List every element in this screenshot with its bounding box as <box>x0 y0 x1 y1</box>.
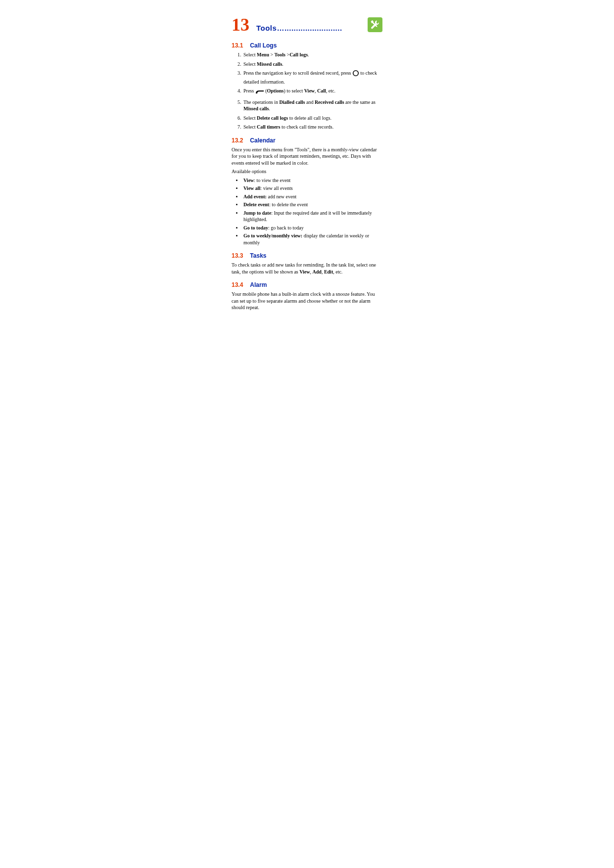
text: . <box>282 61 283 67</box>
text-bold: Dialled calls <box>279 99 305 105</box>
list-item: Select Menu > Tools >Call logs. <box>242 51 382 58</box>
chapter-header: 13 Tools…......................... <box>232 16 382 34</box>
text-bold: View <box>243 178 254 183</box>
section-number: 13.4 <box>232 281 243 288</box>
text: and <box>305 99 314 105</box>
text-bold: Call timers <box>257 124 281 130</box>
section-number: 13.1 <box>232 42 243 49</box>
text-bold: Add event: <box>243 194 267 199</box>
text: Press <box>243 88 255 93</box>
text: The operations in <box>243 99 279 105</box>
list-item: View all: view all events <box>242 185 382 192</box>
text: Select <box>243 115 257 121</box>
list-item: Press the navigation key to scroll desir… <box>242 70 382 85</box>
chapter-number: 13 <box>232 16 249 34</box>
text-bold: Call logs <box>289 52 308 57</box>
tools-icon <box>368 17 382 32</box>
text: : view all events <box>260 185 292 191</box>
text-bold: Add <box>313 269 322 274</box>
text: Select <box>243 61 257 67</box>
bullet-list-13-2: View: to view the event View all: view a… <box>232 177 382 246</box>
text: Press the navigation key to scroll desir… <box>243 70 352 76</box>
text-bold: Edit <box>324 269 333 274</box>
text-bold: View all <box>243 185 260 191</box>
section-number: 13.2 <box>232 137 243 144</box>
list-item: Delete event: to delete the event <box>242 201 382 208</box>
text: > <box>285 52 289 57</box>
text: Select <box>243 52 257 57</box>
text-bold: Missed calls <box>257 61 282 67</box>
paragraph: Available options <box>232 168 382 175</box>
paragraph: To check tasks or add new tasks for remi… <box>232 262 382 275</box>
text-bold: Delete call logs <box>257 115 288 121</box>
text: : go back to today <box>268 225 304 230</box>
text: to delete all call logs. <box>288 115 331 121</box>
text: > <box>269 52 275 57</box>
text: ) to select <box>283 88 304 93</box>
list-item: The operations in Dialled calls and Rece… <box>242 99 382 112</box>
text-bold: Go to weekly/monthly view: <box>243 233 302 238</box>
text-bold: Delete event <box>243 202 269 207</box>
section-heading-13-2: 13.2 Calendar <box>232 136 382 144</box>
text: are the same as <box>344 99 376 105</box>
text: : to view the event <box>254 178 290 183</box>
list-item: Select Call timers to check call time re… <box>242 124 382 131</box>
text-bold: Go to today <box>243 225 268 230</box>
content-column: 13 Tools…......................... 13.1 <box>232 16 382 313</box>
text-bold: Tools <box>275 52 285 57</box>
section-heading-13-4: 13.4 Alarm <box>232 280 382 289</box>
section-number: 13.3 <box>232 252 243 259</box>
section-title: Calendar <box>250 137 275 144</box>
text: Select <box>243 124 257 130</box>
list-item: Jump to date: Input the required date an… <box>242 210 382 223</box>
text-bold: View <box>299 269 310 274</box>
text: , etc. <box>326 88 335 93</box>
section-title: Call Logs <box>250 42 277 49</box>
list-item: Select Delete call logs to delete all ca… <box>242 115 382 122</box>
svg-point-1 <box>353 71 359 76</box>
text: . <box>269 106 270 111</box>
list-item: Press (Options) to select View, Call, et… <box>242 88 382 96</box>
list-item: Go to weekly/monthly view: display the c… <box>242 232 382 246</box>
left-softkey-icon <box>255 90 264 96</box>
list-item: Select Missed calls. <box>242 61 382 68</box>
text: to check call time records. <box>280 124 333 130</box>
section-title: Alarm <box>250 281 267 288</box>
list-item: Add event: add new event <box>242 193 382 200</box>
text: add new event <box>267 194 296 199</box>
section-heading-13-1: 13.1 Call Logs <box>232 41 382 49</box>
text-bold: Jump to date <box>243 210 271 216</box>
section-title: Tasks <box>250 252 266 259</box>
chapter-title: Tools…......................... <box>256 24 342 32</box>
text: : to delete the event <box>269 202 308 207</box>
paragraph: Once you enter this menu from "Tools", t… <box>232 146 382 167</box>
chapter-header-left: 13 Tools…......................... <box>232 16 342 34</box>
list-item: Go to today: go back to today <box>242 225 382 231</box>
text: . <box>308 52 309 57</box>
text-bold: Options <box>267 88 283 93</box>
text: , etc. <box>333 269 342 274</box>
section-heading-13-3: 13.3 Tasks <box>232 251 382 260</box>
list-item: View: to view the event <box>242 177 382 184</box>
text-bold: Received calls <box>315 99 344 105</box>
text-bold: Missed calls <box>243 106 269 111</box>
text-bold: View <box>304 88 315 93</box>
text-bold: Call <box>317 88 326 93</box>
text-bold: Menu <box>257 52 269 57</box>
ok-key-icon <box>352 70 359 79</box>
paragraph: Your mobile phone has a built-in alarm c… <box>232 291 382 311</box>
page: 13 Tools…......................... 13.1 <box>0 0 614 868</box>
steps-list-13-1: Select Menu > Tools >Call logs. Select M… <box>232 51 382 131</box>
